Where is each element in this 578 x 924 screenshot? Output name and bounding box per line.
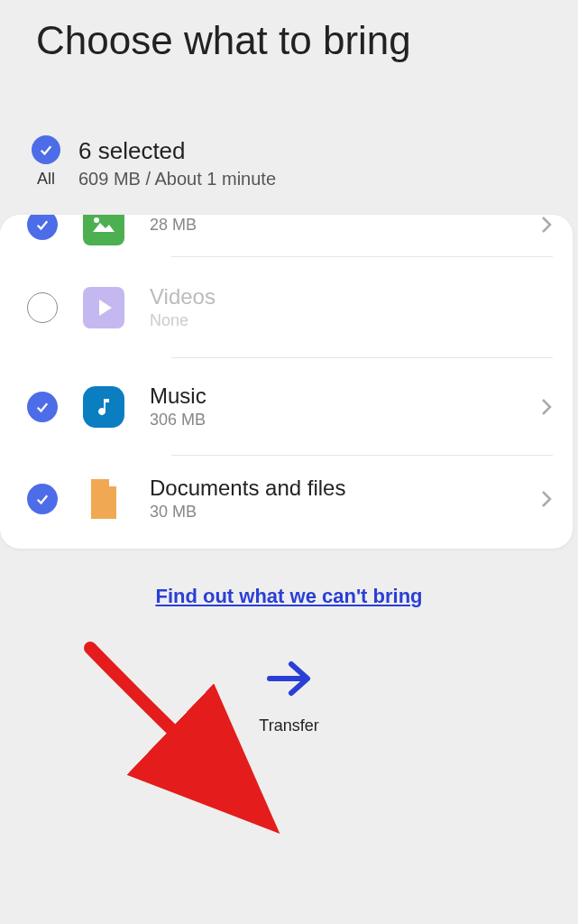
- size-time: 609 MB / About 1 minute: [78, 169, 276, 189]
- row-text: Music 306 MB: [150, 383, 515, 430]
- transfer-label: Transfer: [0, 704, 578, 735]
- content-list: 28 MB Videos None Music 306 MB: [0, 215, 573, 549]
- svg-point-2: [94, 217, 99, 223]
- check-icon: [32, 135, 60, 164]
- arrow-right-icon: [264, 657, 315, 704]
- list-item-images[interactable]: 28 MB: [0, 215, 573, 256]
- music-icon: [83, 386, 124, 428]
- chevron-right-icon: [540, 215, 553, 236]
- checkbox-images[interactable]: [27, 215, 58, 240]
- svg-rect-0: [89, 215, 118, 236]
- row-sub: 306 MB: [150, 411, 515, 430]
- checkbox-videos[interactable]: [27, 292, 58, 323]
- transfer-button[interactable]: Transfer: [0, 617, 578, 735]
- checkbox-documents[interactable]: [27, 484, 58, 514]
- list-item-videos[interactable]: Videos None: [0, 257, 573, 357]
- list-item-music[interactable]: Music 306 MB: [0, 358, 573, 455]
- cant-bring-link[interactable]: Find out what we can't bring: [155, 585, 422, 607]
- row-sub: 30 MB: [150, 503, 515, 522]
- chevron-right-icon: [540, 396, 553, 418]
- row-title: Videos: [150, 284, 553, 310]
- row-sub: None: [150, 311, 553, 330]
- document-icon: [83, 478, 124, 520]
- chevron-right-icon: [540, 488, 553, 510]
- svg-marker-1: [93, 223, 115, 232]
- summary-text: 6 selected 609 MB / About 1 minute: [78, 135, 276, 189]
- all-label: All: [37, 170, 55, 189]
- videos-icon: [83, 287, 124, 328]
- row-text: Documents and files 30 MB: [150, 476, 515, 522]
- info-link-row: Find out what we can't bring: [0, 549, 578, 617]
- selection-summary: All 6 selected 609 MB / About 1 minute: [0, 72, 578, 208]
- list-item-documents[interactable]: Documents and files 30 MB: [0, 456, 573, 549]
- row-title: Documents and files: [150, 476, 515, 501]
- images-icon: [83, 215, 124, 245]
- row-text: Videos None: [150, 284, 553, 330]
- page-title: Choose what to bring: [0, 0, 578, 72]
- checkbox-music[interactable]: [27, 392, 58, 422]
- row-title: Music: [150, 383, 515, 409]
- selected-count: 6 selected: [78, 137, 276, 165]
- select-all-button[interactable]: All: [32, 135, 60, 189]
- row-sub: 28 MB: [150, 216, 515, 235]
- row-text: 28 MB: [150, 216, 515, 235]
